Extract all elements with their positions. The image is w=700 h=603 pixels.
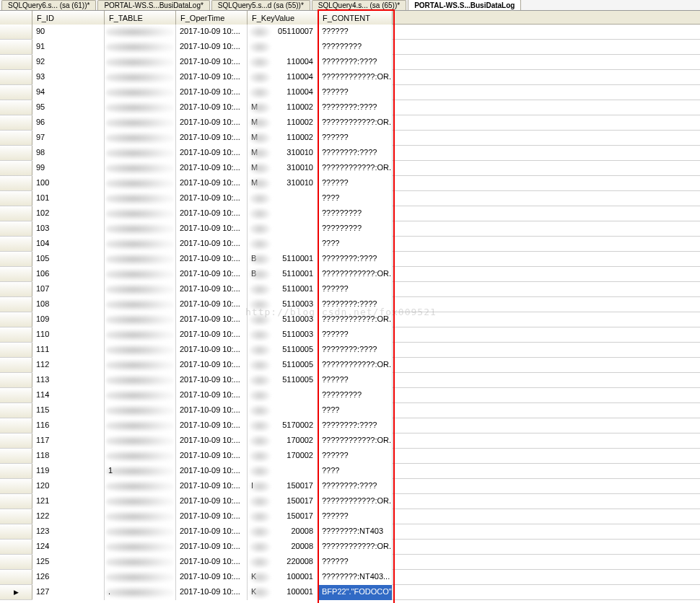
cell-table[interactable]: 1 bbox=[105, 464, 176, 479]
row-gutter[interactable] bbox=[0, 540, 32, 554]
cell-opertime[interactable]: 2017-10-09 10:... bbox=[176, 570, 248, 585]
cell-table[interactable] bbox=[105, 267, 176, 282]
cell-id[interactable]: 104 bbox=[32, 237, 105, 252]
cell-content[interactable]: ?????? bbox=[318, 555, 393, 570]
row-selector-header[interactable] bbox=[0, 11, 32, 25]
cell-table[interactable] bbox=[105, 40, 176, 55]
row-gutter[interactable] bbox=[0, 221, 32, 236]
table-row[interactable]: 1222017-10-09 10:...150017?????? bbox=[0, 509, 700, 524]
cell-content[interactable]: ???? bbox=[318, 403, 393, 418]
cell-content[interactable]: ????????????:OR... bbox=[318, 267, 393, 282]
row-gutter[interactable] bbox=[0, 252, 32, 266]
table-row[interactable]: 1142017-10-09 10:...????????? bbox=[0, 388, 700, 403]
row-gutter[interactable] bbox=[0, 312, 32, 327]
table-row[interactable]: 1072017-10-09 10:...5110001?????? bbox=[0, 282, 700, 297]
cell-keyvalue[interactable]: 5170002 bbox=[248, 418, 318, 433]
tab-2[interactable]: SQLQuery5.s...d (sa (55))* bbox=[211, 0, 310, 10]
table-row[interactable]: 1252017-10-09 10:...220008?????? bbox=[0, 555, 700, 570]
cell-table[interactable] bbox=[105, 70, 176, 85]
cell-content[interactable]: ?????? bbox=[318, 131, 393, 146]
cell-opertime[interactable]: 2017-10-09 10:... bbox=[176, 191, 248, 206]
cell-table[interactable] bbox=[105, 358, 176, 373]
table-row[interactable]: 1162017-10-09 10:...5170002????????:???? bbox=[0, 418, 700, 433]
cell-id[interactable]: 90 bbox=[32, 25, 105, 40]
cell-id[interactable]: 102 bbox=[32, 206, 105, 221]
row-gutter[interactable] bbox=[0, 85, 32, 100]
table-row[interactable]: 1092017-10-09 10:...5110003????????????:… bbox=[0, 312, 700, 327]
row-gutter[interactable] bbox=[0, 555, 32, 569]
cell-keyvalue[interactable] bbox=[248, 237, 318, 252]
table-row[interactable]: 11912017-10-09 10:...???? bbox=[0, 464, 700, 479]
cell-content[interactable]: ?????? bbox=[318, 85, 393, 100]
cell-table[interactable]: . bbox=[105, 585, 176, 600]
cell-keyvalue[interactable]: K100001 bbox=[248, 570, 318, 585]
cell-id[interactable]: 91 bbox=[32, 40, 105, 55]
cell-id[interactable]: 108 bbox=[32, 297, 105, 312]
row-gutter[interactable] bbox=[0, 206, 32, 221]
cell-opertime[interactable]: 2017-10-09 10:... bbox=[176, 343, 248, 358]
row-gutter[interactable] bbox=[0, 449, 32, 463]
cell-keyvalue[interactable] bbox=[248, 388, 318, 403]
cell-table[interactable] bbox=[105, 327, 176, 343]
cell-content[interactable]: ????????:???? bbox=[318, 55, 393, 70]
table-row[interactable]: 1152017-10-09 10:...???? bbox=[0, 403, 700, 418]
row-gutter[interactable] bbox=[0, 509, 32, 524]
cell-keyvalue[interactable]: 150017 bbox=[248, 509, 318, 524]
cell-opertime[interactable]: 2017-10-09 10:... bbox=[176, 449, 248, 464]
cell-id[interactable]: 114 bbox=[32, 388, 105, 403]
cell-content[interactable]: ????????? bbox=[318, 221, 393, 237]
table-row[interactable]: 972017-10-09 10:...M110002?????? bbox=[0, 131, 700, 146]
cell-id[interactable]: 127 bbox=[32, 585, 105, 600]
cell-content[interactable]: ????????:???? bbox=[318, 252, 393, 267]
table-row[interactable]: 1232017-10-09 10:...20008????????:NT403 bbox=[0, 524, 700, 540]
cell-opertime[interactable]: 2017-10-09 10:... bbox=[176, 70, 248, 85]
cell-id[interactable]: 113 bbox=[32, 373, 105, 388]
row-gutter[interactable] bbox=[0, 282, 32, 296]
cell-table[interactable] bbox=[105, 555, 176, 570]
row-gutter[interactable] bbox=[0, 70, 32, 84]
row-gutter[interactable] bbox=[0, 373, 32, 387]
row-gutter[interactable] bbox=[0, 358, 32, 372]
cell-keyvalue[interactable]: 5110003 bbox=[248, 312, 318, 327]
cell-table[interactable] bbox=[105, 146, 176, 161]
row-gutter[interactable] bbox=[0, 433, 32, 448]
table-row[interactable]: 1042017-10-09 10:...???? bbox=[0, 237, 700, 252]
cell-opertime[interactable]: 2017-10-09 10:... bbox=[176, 403, 248, 418]
cell-keyvalue[interactable] bbox=[248, 221, 318, 237]
cell-id[interactable]: 96 bbox=[32, 115, 105, 131]
tab-4[interactable]: PORTAL-WS.S...BusiDataLog bbox=[408, 0, 521, 10]
col-header-opertime[interactable]: F_OperTime bbox=[176, 11, 248, 25]
cell-opertime[interactable]: 2017-10-09 10:... bbox=[176, 252, 248, 267]
cell-content[interactable]: ????????????:OR... bbox=[318, 358, 393, 373]
cell-keyvalue[interactable]: K100001 bbox=[248, 585, 318, 600]
cell-id[interactable]: 126 bbox=[32, 570, 105, 585]
cell-content[interactable]: ????????????:OR... bbox=[318, 540, 393, 555]
cell-id[interactable]: 111 bbox=[32, 343, 105, 358]
cell-opertime[interactable]: 2017-10-09 10:... bbox=[176, 85, 248, 100]
cell-keyvalue[interactable]: 5110003 bbox=[248, 297, 318, 312]
cell-content[interactable]: ????????????:OR... bbox=[318, 494, 393, 509]
cell-keyvalue[interactable]: B5110001 bbox=[248, 252, 318, 267]
cell-id[interactable]: 121 bbox=[32, 494, 105, 509]
cell-keyvalue[interactable]: M310010 bbox=[248, 146, 318, 161]
tab-1[interactable]: PORTAL-WS.S...BusiDataLog* bbox=[97, 0, 209, 10]
cell-table[interactable] bbox=[105, 449, 176, 464]
cell-table[interactable] bbox=[105, 115, 176, 131]
cell-content[interactable]: ????????:???? bbox=[318, 479, 393, 494]
table-row[interactable]: 1212017-10-09 10:...150017????????????:O… bbox=[0, 494, 700, 509]
cell-id[interactable]: 118 bbox=[32, 449, 105, 464]
row-gutter[interactable] bbox=[0, 418, 32, 433]
cell-opertime[interactable]: 2017-10-09 10:... bbox=[176, 267, 248, 282]
table-row[interactable]: 952017-10-09 10:...M110002????????:???? bbox=[0, 100, 700, 115]
table-row[interactable]: 922017-10-09 10:...110004????????:???? bbox=[0, 55, 700, 70]
cell-table[interactable] bbox=[105, 403, 176, 418]
cell-id[interactable]: 110 bbox=[32, 327, 105, 343]
cell-id[interactable]: 100 bbox=[32, 176, 105, 191]
cell-keyvalue[interactable]: B5110001 bbox=[248, 267, 318, 282]
cell-id[interactable]: 105 bbox=[32, 252, 105, 267]
cell-opertime[interactable]: 2017-10-09 10:... bbox=[176, 206, 248, 221]
table-row[interactable]: 1182017-10-09 10:...170002?????? bbox=[0, 449, 700, 464]
cell-table[interactable] bbox=[105, 388, 176, 403]
table-row[interactable]: 1032017-10-09 10:...????????? bbox=[0, 221, 700, 237]
cell-opertime[interactable]: 2017-10-09 10:... bbox=[176, 509, 248, 524]
